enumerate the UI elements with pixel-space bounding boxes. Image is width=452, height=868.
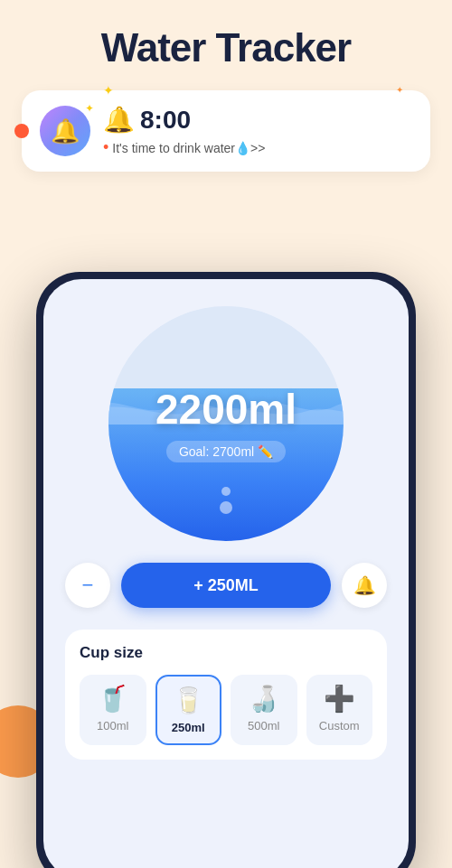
bell-icon: 🔔: [51, 117, 80, 145]
phone-screen: 2200ml Goal: 2700ml ✏️ − + 250ML: [43, 279, 409, 868]
notification-content: 🔔 8:00 It's time to drink water💧>>: [103, 105, 265, 157]
cup-label-500ml: 500ml: [248, 719, 279, 733]
bubble-small: [221, 487, 231, 496]
cup-label-custom: Custom: [319, 719, 360, 733]
page-title: Water Tracker: [0, 0, 452, 70]
water-goal: Goal: 2700ml ✏️: [166, 441, 286, 462]
cup-size-grid: 🥤 100ml 🥛 250ml 🍶 500ml ➕: [80, 675, 372, 745]
cup-item-250ml[interactable]: 🥛 250ml: [155, 675, 222, 745]
cup-size-title: Cup size: [80, 644, 372, 662]
bell-button[interactable]: 🔔: [342, 563, 387, 608]
phone-mockup: 2200ml Goal: 2700ml ✏️ − + 250ML: [36, 272, 416, 868]
app-background: Water Tracker ✦ ✦ 🔔 🔔 8:00 It's time to …: [0, 0, 452, 868]
cup-icon-100ml: 🥤: [97, 684, 128, 714]
cup-icon-500ml: 🍶: [248, 684, 279, 714]
cup-label-100ml: 100ml: [97, 719, 128, 733]
time-icon: 🔔: [103, 105, 135, 135]
phone-frame: 2200ml Goal: 2700ml ✏️ − + 250ML: [36, 272, 416, 868]
cup-icon-250ml: 🥛: [173, 686, 204, 715]
water-bubbles: [220, 487, 232, 514]
sparkle-decoration-2: ✦: [396, 85, 403, 95]
water-circle: 2200ml Goal: 2700ml ✏️: [108, 306, 344, 541]
notification-card[interactable]: ✦ ✦ 🔔 🔔 8:00 It's time to drink water💧>>: [22, 90, 430, 172]
notification-time: 🔔 8:00: [103, 105, 265, 135]
minus-button[interactable]: −: [65, 563, 110, 608]
cup-item-100ml[interactable]: 🥤 100ml: [80, 675, 146, 745]
notification-description: It's time to drink water💧>>: [103, 138, 265, 157]
cup-item-500ml[interactable]: 🍶 500ml: [231, 675, 297, 745]
minus-icon: −: [82, 574, 94, 597]
bell-button-icon: 🔔: [353, 574, 376, 596]
sparkle-decoration: ✦: [103, 83, 114, 98]
cup-label-250ml: 250ml: [172, 721, 205, 734]
bubble-medium: [220, 501, 232, 514]
notification-avatar: 🔔: [40, 106, 90, 156]
action-row: − + 250ML 🔔: [65, 563, 387, 608]
add-water-button[interactable]: + 250ML: [121, 563, 331, 608]
cup-item-custom[interactable]: ➕ Custom: [306, 675, 373, 745]
add-label: + 250ML: [193, 576, 259, 595]
cup-icon-custom: ➕: [324, 684, 355, 714]
cup-size-section: Cup size 🥤 100ml 🥛 250ml 🍶 500ml: [65, 630, 387, 760]
water-amount: 2200ml: [155, 385, 297, 434]
